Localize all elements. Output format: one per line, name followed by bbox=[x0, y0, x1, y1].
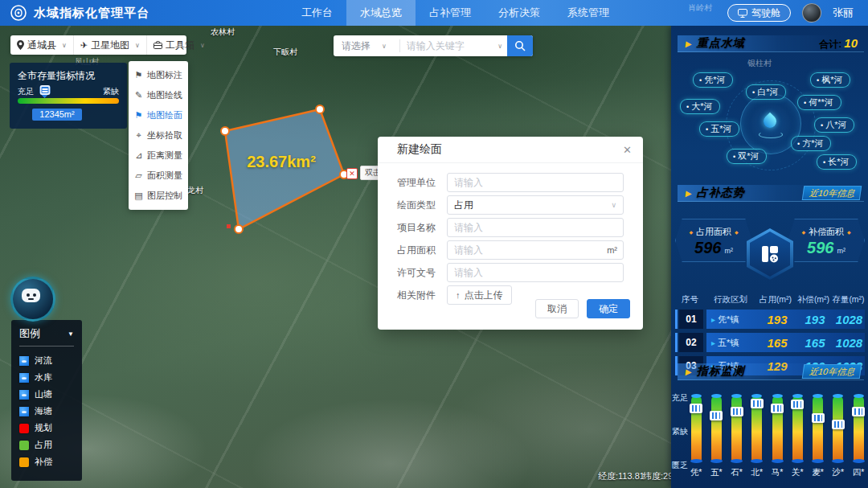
river-button[interactable]: 方*河 bbox=[791, 136, 831, 151]
close-icon[interactable] bbox=[623, 144, 632, 156]
map-village-label: 农林村 bbox=[211, 27, 235, 38]
project-name-input[interactable] bbox=[447, 218, 624, 237]
legend-item-reservoir: 水库 bbox=[19, 369, 74, 386]
river-button[interactable]: 八*河 bbox=[814, 117, 854, 133]
occupied-area-input[interactable] bbox=[447, 240, 624, 260]
stock-gradient-bar bbox=[18, 98, 119, 104]
balance-title: 占补态势 bbox=[697, 186, 745, 200]
indicator-monitor-header: 指标监测 近10年信息 bbox=[678, 363, 864, 380]
gauge-bar bbox=[751, 396, 762, 461]
gauge-bar bbox=[711, 396, 722, 461]
map-village-label: 下畈村 bbox=[273, 47, 297, 58]
dashboard-icon bbox=[738, 9, 747, 18]
tab-water-overview[interactable]: 水域总览 bbox=[346, 0, 416, 26]
menu-item-draw-line[interactable]: 地图绘线 bbox=[129, 85, 188, 105]
pond-icon bbox=[19, 390, 29, 400]
key-waters-total: 合计:10 bbox=[819, 36, 858, 51]
gauge-marker bbox=[710, 411, 723, 420]
ruler-icon bbox=[134, 150, 143, 161]
longitude-readout: 经度:113.81 bbox=[598, 470, 645, 482]
menu-item-label: 面积测量 bbox=[147, 170, 182, 182]
tab-workbench[interactable]: 工作台 bbox=[288, 0, 346, 26]
tab-occupy-manage[interactable]: 占补管理 bbox=[416, 0, 485, 26]
logo-icon bbox=[10, 4, 27, 22]
indicator-chart: 充足 紧缺 匮乏 凭* 五* 石* 北* 马* 关* 麦* 沙* 四* bbox=[670, 391, 868, 486]
menu-item-measure-distance[interactable]: 距离测量 bbox=[129, 146, 188, 166]
field-label-project-name: 项目名称 bbox=[397, 221, 447, 235]
gauge-bar bbox=[691, 396, 702, 461]
occupied-color-swatch bbox=[19, 441, 29, 450]
compensated-area-stat: 补偿面积 596m² bbox=[788, 219, 865, 262]
toolbox-dropdown[interactable]: 工具箱 bbox=[146, 35, 211, 55]
confirm-button[interactable]: 确定 bbox=[587, 299, 630, 318]
legend-panel: 图例 ▼ 河流 水库 山塘 海塘 规划 占用 补偿 bbox=[11, 320, 82, 481]
draw-type-select[interactable]: 占用 bbox=[447, 195, 624, 215]
region-dropdown[interactable]: 通城县 bbox=[10, 35, 73, 55]
gauge-bar bbox=[731, 396, 742, 461]
tab-analysis[interactable]: 分析决策 bbox=[485, 0, 554, 26]
stock-panel-title: 全市存量指标情况 bbox=[10, 63, 127, 84]
legend-header[interactable]: 图例 ▼ bbox=[19, 326, 74, 341]
cockpit-button-label: 驾驶舱 bbox=[751, 6, 780, 20]
col-header: 行政区划 bbox=[705, 294, 756, 306]
section-arrow-icon bbox=[685, 367, 692, 376]
chevron-down-icon[interactable]: ∨ bbox=[497, 43, 502, 50]
divider bbox=[19, 346, 74, 347]
legend-item-label: 占用 bbox=[35, 439, 52, 451]
user-avatar[interactable] bbox=[802, 3, 821, 23]
river-button[interactable]: 大*河 bbox=[680, 99, 720, 114]
river-button[interactable]: 长*河 bbox=[817, 154, 857, 170]
permit-number-input[interactable] bbox=[447, 263, 624, 282]
gauge-bar bbox=[792, 396, 803, 461]
occupied-area-stat: 占用面积 596m² bbox=[675, 219, 752, 262]
chart-category-label: 关* bbox=[792, 467, 804, 478]
menu-item-pick-coordinate[interactable]: 坐标拾取 bbox=[129, 125, 188, 146]
upload-button-label: 点击上传 bbox=[465, 289, 503, 302]
chevron-down-icon: ∨ bbox=[382, 43, 387, 50]
river-button[interactable]: 凭*河 bbox=[693, 72, 733, 88]
cockpit-button[interactable]: 驾驶舱 bbox=[727, 4, 791, 22]
water-drop-base bbox=[759, 131, 783, 138]
stock-left-label: 充足 bbox=[18, 86, 34, 97]
menu-item-label: 地图标注 bbox=[147, 69, 182, 81]
chart-category-label: 麦* bbox=[812, 467, 824, 478]
menu-item-map-annotate[interactable]: 地图标注 bbox=[129, 65, 188, 85]
search-category-select[interactable]: 请选择 ∨ bbox=[334, 39, 399, 53]
ai-assistant-button[interactable] bbox=[10, 277, 55, 322]
basemap-dropdown[interactable]: ✈ 卫星地图 bbox=[73, 35, 146, 55]
collapse-triangle-icon: ▼ bbox=[68, 330, 74, 338]
manage-unit-input[interactable] bbox=[447, 173, 624, 192]
map-village-label: 龙村 bbox=[187, 185, 203, 196]
chart-category-label: 马* bbox=[772, 467, 784, 478]
stock-value-badge: 12345m² bbox=[32, 109, 82, 121]
table-row[interactable]: 01 凭*镇 193 193 1028 bbox=[675, 310, 865, 329]
river-button[interactable]: 何**河 bbox=[797, 95, 841, 110]
occupied-area-value: 596m² bbox=[694, 240, 733, 256]
delete-polygon-button[interactable] bbox=[346, 168, 358, 179]
menu-item-draw-polygon[interactable]: 地图绘面 bbox=[129, 105, 188, 125]
y-axis-label: 充足 bbox=[672, 392, 688, 404]
map-search-bar: 请选择 ∨ ∨ bbox=[334, 35, 533, 56]
chart-category-label: 沙* bbox=[832, 467, 844, 478]
gauge-bar bbox=[813, 396, 823, 461]
robot-icon bbox=[22, 289, 40, 302]
gauge-bar bbox=[772, 396, 783, 461]
menu-item-label: 图层控制 bbox=[147, 190, 182, 202]
layers-icon bbox=[134, 191, 143, 201]
river-button[interactable]: 双*河 bbox=[727, 149, 767, 164]
y-axis-label: 紧缺 bbox=[672, 426, 688, 437]
toolbox-icon bbox=[154, 41, 162, 49]
river-button[interactable]: 枫*河 bbox=[810, 72, 850, 88]
tab-system[interactable]: 系统管理 bbox=[554, 0, 623, 26]
menu-item-measure-area[interactable]: 面积测量 bbox=[129, 166, 188, 186]
search-input[interactable] bbox=[400, 40, 497, 51]
river-button[interactable]: 五*河 bbox=[699, 121, 739, 137]
key-waters-title: 重点水域 bbox=[697, 36, 745, 51]
river-button[interactable]: 白*河 bbox=[746, 84, 786, 100]
table-row[interactable]: 02 五*镇 165 165 1028 bbox=[675, 333, 865, 352]
pen-icon bbox=[134, 90, 143, 100]
menu-item-layer-control[interactable]: 图层控制 bbox=[129, 186, 188, 206]
upload-button[interactable]: 点击上传 bbox=[447, 285, 512, 305]
cancel-button[interactable]: 取消 bbox=[535, 299, 579, 318]
search-button[interactable] bbox=[507, 35, 533, 56]
